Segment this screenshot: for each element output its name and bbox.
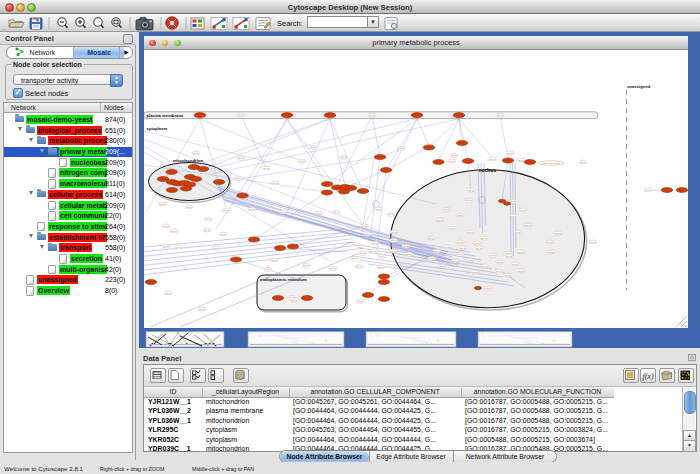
svg-text:ab-cd: ab-cd xyxy=(356,244,362,246)
svg-text:ab-cd: ab-cd xyxy=(299,160,305,162)
svg-text:ab-cd: ab-cd xyxy=(481,237,487,239)
svg-text:ab-cd: ab-cd xyxy=(186,206,192,208)
svg-text:ab-cd: ab-cd xyxy=(171,230,177,232)
svg-text:ab-cd: ab-cd xyxy=(434,250,440,252)
svg-text:endoplasmic reticulum: endoplasmic reticulum xyxy=(260,277,307,282)
svg-text:ab-cd: ab-cd xyxy=(472,271,478,273)
svg-text:ab-cd: ab-cd xyxy=(199,308,205,310)
svg-text:ab-cd: ab-cd xyxy=(490,254,496,256)
svg-text:ab-cd: ab-cd xyxy=(365,233,371,235)
svg-text:ab-cd: ab-cd xyxy=(236,177,242,179)
svg-text:ab-cd: ab-cd xyxy=(468,189,474,191)
svg-text:ab-cd: ab-cd xyxy=(204,229,210,231)
svg-text:ab-cd: ab-cd xyxy=(159,203,165,205)
svg-text:ab-cd: ab-cd xyxy=(510,215,516,217)
svg-text:ab-cd: ab-cd xyxy=(341,156,347,158)
svg-text:ab-cd: ab-cd xyxy=(371,250,377,252)
svg-text:ab-cd: ab-cd xyxy=(506,255,512,257)
svg-text:ab-cd: ab-cd xyxy=(518,251,524,253)
svg-text:ab-cd: ab-cd xyxy=(333,211,339,213)
svg-text:ab-cd: ab-cd xyxy=(403,245,409,247)
svg-text:ab-cd: ab-cd xyxy=(495,270,501,272)
svg-text:ab-cd: ab-cd xyxy=(249,208,255,210)
svg-text:abcdef-abcdd-ab: abcdef-abcdd-ab xyxy=(543,162,560,164)
svg-text:ab-cd: ab-cd xyxy=(485,287,491,289)
svg-text:ab-cd: ab-cd xyxy=(466,199,472,201)
svg-text:ab-cd: ab-cd xyxy=(272,182,278,184)
svg-text:ab-cd: ab-cd xyxy=(451,154,457,156)
svg-text:ab-cd: ab-cd xyxy=(482,265,488,267)
svg-text:ab-cd: ab-cd xyxy=(303,264,309,266)
svg-text:ab-cd: ab-cd xyxy=(316,212,322,214)
svg-text:ab-cd: ab-cd xyxy=(388,213,394,215)
svg-text:ab-cd: ab-cd xyxy=(311,146,317,148)
svg-text:ab-cd: ab-cd xyxy=(505,274,511,276)
svg-text:ab-cd: ab-cd xyxy=(330,267,336,269)
svg-text:ab-cd: ab-cd xyxy=(580,161,586,163)
svg-text:ab-cd: ab-cd xyxy=(467,259,473,261)
svg-text:ab-cd: ab-cd xyxy=(497,261,503,263)
svg-text:ab-cd: ab-cd xyxy=(391,239,397,241)
svg-text:ab-cd: ab-cd xyxy=(460,247,466,249)
svg-text:ab-cd: ab-cd xyxy=(457,241,463,243)
svg-text:ab-cd: ab-cd xyxy=(510,200,516,202)
svg-text:ab-cd: ab-cd xyxy=(547,241,553,243)
svg-text:ab-cd: ab-cd xyxy=(398,147,404,149)
svg-text:ab-cd: ab-cd xyxy=(360,252,366,254)
svg-text:ab-cd: ab-cd xyxy=(452,260,458,262)
svg-text:ab-cd: ab-cd xyxy=(507,152,513,154)
svg-text:ab-cd: ab-cd xyxy=(163,225,169,227)
svg-text:ab-cd: ab-cd xyxy=(406,253,412,255)
svg-text:ab-cd: ab-cd xyxy=(263,167,269,169)
svg-text:ab-cd: ab-cd xyxy=(289,296,295,298)
svg-text:ab-cd: ab-cd xyxy=(518,159,524,161)
svg-text:ab-cd: ab-cd xyxy=(444,208,450,210)
svg-text:ab-cd: ab-cd xyxy=(280,211,286,213)
svg-text:ab-cd: ab-cd xyxy=(548,251,554,253)
svg-text:ab-cd: ab-cd xyxy=(379,255,385,257)
svg-text:ab-cd: ab-cd xyxy=(390,250,396,252)
svg-text:ab-cd: ab-cd xyxy=(555,232,561,234)
svg-text:ab-cd: ab-cd xyxy=(474,242,480,244)
svg-text:f(x): f(x) xyxy=(642,372,653,381)
svg-text:ab-cd: ab-cd xyxy=(449,160,455,162)
svg-text:ab-cd: ab-cd xyxy=(220,233,226,235)
svg-text:ab-cd: ab-cd xyxy=(449,227,455,229)
svg-text:plasma membrane: plasma membrane xyxy=(147,113,184,118)
svg-text:ab-cd: ab-cd xyxy=(520,209,526,211)
svg-text:ab-cd: ab-cd xyxy=(476,247,482,249)
svg-text:ab-cd: ab-cd xyxy=(357,300,363,302)
svg-text:ab-cd: ab-cd xyxy=(391,231,397,233)
svg-text:cytoplasm: cytoplasm xyxy=(147,126,168,131)
svg-text:ab-cd: ab-cd xyxy=(271,259,277,261)
svg-text:ab-cd: ab-cd xyxy=(165,292,171,294)
svg-text:ab-cd: ab-cd xyxy=(497,114,503,116)
svg-text:ab-cd: ab-cd xyxy=(372,242,378,244)
svg-text:nucleus: nucleus xyxy=(479,168,497,173)
svg-text:ab-cd: ab-cd xyxy=(525,224,531,226)
svg-text:ab-cd: ab-cd xyxy=(238,114,244,116)
svg-text:ab-cd: ab-cd xyxy=(518,270,524,272)
svg-text:ab-cd: ab-cd xyxy=(376,208,382,210)
svg-text:mitochondrion: mitochondrion xyxy=(173,158,204,163)
svg-text:ab-cd: ab-cd xyxy=(238,157,244,159)
svg-text:ab-cd: ab-cd xyxy=(428,237,434,239)
svg-text:ab-cd: ab-cd xyxy=(361,225,367,227)
svg-text:ab-cd: ab-cd xyxy=(205,218,211,220)
svg-text:ab-cd: ab-cd xyxy=(265,268,271,270)
svg-text:ab-cd: ab-cd xyxy=(356,265,362,267)
svg-text:ab-cd: ab-cd xyxy=(352,257,358,259)
svg-text:ab-cd: ab-cd xyxy=(163,245,169,247)
svg-text:unassigned: unassigned xyxy=(627,84,651,89)
svg-text:ab-cd: ab-cd xyxy=(514,231,520,233)
svg-text:ab-cd: ab-cd xyxy=(467,231,473,233)
svg-text:ab-cd: ab-cd xyxy=(645,189,651,191)
svg-text:ab-cd: ab-cd xyxy=(512,263,518,265)
svg-text:ab-cd: ab-cd xyxy=(590,241,596,243)
svg-text:ab-cd: ab-cd xyxy=(369,114,375,116)
svg-text:ab-cd: ab-cd xyxy=(489,158,495,160)
svg-text:ab-cd: ab-cd xyxy=(444,246,450,248)
svg-text:ab-cd: ab-cd xyxy=(176,246,182,248)
svg-text:ab-cd: ab-cd xyxy=(213,247,219,249)
svg-text:ab-cd: ab-cd xyxy=(378,266,384,268)
